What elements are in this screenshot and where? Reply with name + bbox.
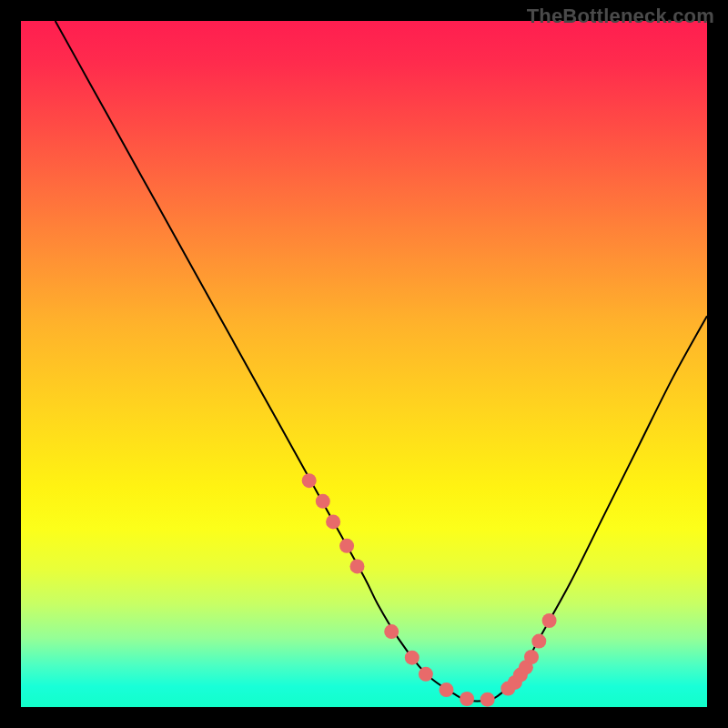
threshold-dots-group xyxy=(302,473,557,707)
threshold-dot xyxy=(339,539,354,553)
threshold-dot xyxy=(326,514,340,529)
threshold-dot xyxy=(460,692,474,706)
threshold-dot xyxy=(531,634,546,649)
threshold-dot xyxy=(350,559,365,573)
threshold-dot xyxy=(542,613,557,628)
threshold-dot xyxy=(419,667,433,682)
bottleneck-curve xyxy=(56,21,707,701)
threshold-dot xyxy=(480,693,495,707)
threshold-dot xyxy=(405,651,420,665)
threshold-dot xyxy=(384,624,399,639)
threshold-dot xyxy=(440,682,454,697)
threshold-dot xyxy=(302,473,317,488)
bottleneck-chart xyxy=(21,21,707,707)
threshold-dot xyxy=(524,650,539,664)
threshold-dot xyxy=(316,494,330,509)
